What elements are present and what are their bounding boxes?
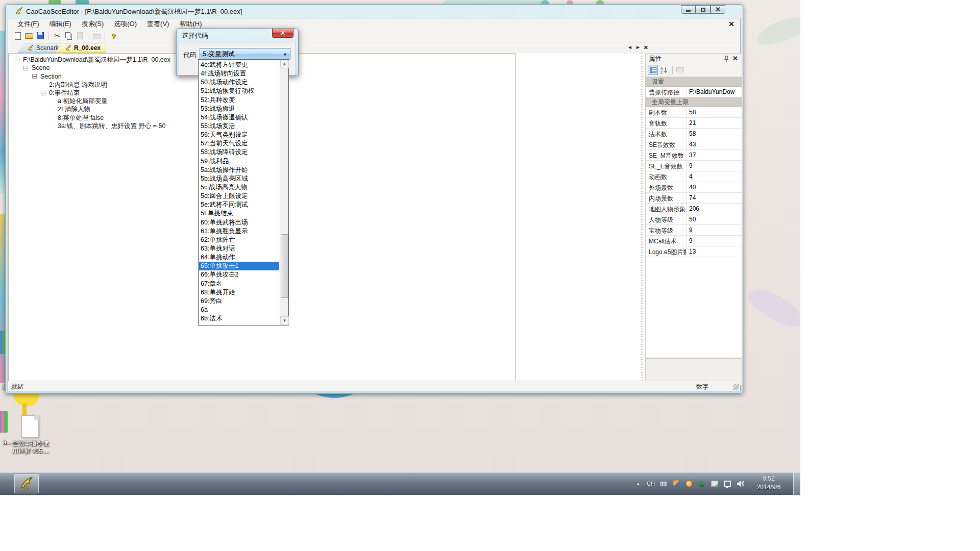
property-row[interactable]: 动画数4 bbox=[646, 171, 742, 182]
property-row[interactable]: 内场景数74 bbox=[646, 193, 742, 204]
menu-item-3[interactable]: 选项(O) bbox=[109, 18, 142, 30]
property-value[interactable]: 58 bbox=[687, 107, 742, 117]
tree-node-label[interactable]: 0:事件结束 bbox=[48, 89, 81, 97]
taskbar-clock[interactable]: 8:52 2014/9/6 bbox=[748, 474, 789, 492]
code-list-item[interactable]: 54:战场撤退确认 bbox=[199, 113, 279, 122]
property-value[interactable]: 74 bbox=[687, 193, 742, 203]
code-list-item[interactable]: 66:单挑攻击2 bbox=[199, 270, 279, 279]
code-list-item[interactable]: 58:战场障碍设定 bbox=[199, 148, 279, 157]
dialog-close-button[interactable]: ✕ bbox=[272, 29, 293, 38]
taskbar-app-button[interactable] bbox=[14, 474, 39, 493]
pin-icon[interactable] bbox=[723, 55, 729, 62]
property-row[interactable]: 外场景数40 bbox=[646, 182, 742, 193]
code-list-item[interactable]: 6a bbox=[199, 306, 279, 314]
property-value[interactable]: 58 bbox=[687, 129, 742, 139]
resize-grip[interactable] bbox=[733, 384, 739, 390]
property-row[interactable]: MCall法术9 bbox=[646, 236, 742, 246]
property-value[interactable]: F:\BaiduYunDow bbox=[687, 87, 742, 97]
code-list-item[interactable]: 5e:武将不同测试 bbox=[199, 201, 279, 209]
property-row[interactable]: 曹操传路径F:\BaiduYunDow bbox=[646, 87, 742, 97]
scrollbar[interactable]: ▲ ▼ bbox=[280, 60, 288, 325]
scroll-down-icon[interactable]: ▼ bbox=[280, 316, 289, 325]
code-list-item[interactable]: 5c:战场高亮人物 bbox=[199, 183, 279, 192]
tree-node-label[interactable]: Section bbox=[39, 73, 63, 80]
show-desktop-button[interactable] bbox=[793, 472, 800, 495]
desktop-icon-label-doc[interactable]: 全剧本指令使 用详解 v05.... bbox=[10, 440, 51, 455]
security-shield-icon[interactable] bbox=[672, 480, 680, 488]
scroll-up-icon[interactable]: ▲ bbox=[280, 60, 289, 68]
property-value[interactable]: 4 bbox=[687, 171, 742, 182]
code-list-item[interactable]: 57:当前天气设定 bbox=[199, 139, 279, 148]
property-row[interactable]: 法术数58 bbox=[646, 129, 742, 139]
code-list-item[interactable]: 63:单挑对话 bbox=[199, 244, 279, 253]
tree-node-label[interactable]: 2:内部信息 游戏说明 bbox=[48, 81, 108, 89]
desktop-icon-document[interactable] bbox=[21, 415, 39, 438]
property-row[interactable]: 人物等级50 bbox=[646, 214, 742, 225]
code-list-item[interactable]: 67:章名 bbox=[199, 280, 279, 288]
menu-item-2[interactable]: 搜索(S) bbox=[77, 18, 109, 30]
print-button[interactable] bbox=[92, 31, 101, 40]
cut-button[interactable]: ✂ bbox=[53, 31, 62, 40]
code-list-item[interactable]: 55:战场复活 bbox=[199, 122, 279, 131]
property-row[interactable]: SE_M音效数37 bbox=[646, 150, 742, 161]
property-pages-button[interactable] bbox=[675, 65, 685, 75]
tree-collapse-icon[interactable] bbox=[23, 66, 28, 70]
paste-button[interactable] bbox=[75, 31, 84, 40]
tab-prev-icon[interactable]: ◄ bbox=[627, 44, 632, 51]
help-button[interactable]: ? bbox=[109, 31, 118, 40]
code-list-item[interactable]: 69:旁白 bbox=[199, 297, 279, 306]
property-row[interactable]: SE音效数43 bbox=[646, 139, 742, 150]
code-list-item[interactable]: 4f:战场转向设置 bbox=[199, 69, 279, 78]
tree-node-label[interactable]: a:初始化局部变量 bbox=[57, 97, 109, 106]
title-bar[interactable]: CaoCaoSceEditor - [F:\BaiduYunDownload\新… bbox=[6, 5, 743, 18]
property-row[interactable]: 剧本数58 bbox=[646, 107, 742, 118]
code-list-item[interactable]: 4e:武将方针变更 bbox=[199, 61, 279, 69]
code-combobox[interactable]: 5:变量测试 ▼ bbox=[200, 48, 290, 60]
open-file-button[interactable] bbox=[24, 31, 34, 40]
code-list-item[interactable]: 5b:战场高亮区域 bbox=[199, 174, 279, 183]
tree-node-label[interactable]: F:\BaiduYunDownload\新蜀汉桃园一梦1.1\R_00.eex bbox=[22, 56, 172, 64]
property-value[interactable]: 21 bbox=[687, 118, 742, 128]
code-list-item[interactable]: 62:单挑阵亡 bbox=[199, 236, 279, 244]
code-list-item-selected[interactable]: 65:单挑攻击1 bbox=[199, 262, 279, 270]
code-list-item[interactable]: 50:战场动作设定 bbox=[199, 78, 279, 87]
lucky-clover-icon[interactable]: ♣ bbox=[698, 480, 706, 488]
mdi-close-icon[interactable]: ✕ bbox=[727, 20, 736, 28]
code-list-item[interactable]: 56:天气类别设定 bbox=[199, 131, 279, 139]
menu-item-4[interactable]: 查看(V) bbox=[142, 18, 174, 30]
property-row[interactable]: 地图人物形象数206 bbox=[646, 204, 742, 214]
tree-collapse-icon[interactable] bbox=[32, 74, 37, 79]
code-list-item[interactable]: 53:战场撤退 bbox=[199, 105, 279, 113]
pet-manager-icon[interactable] bbox=[685, 480, 693, 488]
code-list-item[interactable]: 59:战利品 bbox=[199, 157, 279, 166]
property-value[interactable]: 37 bbox=[687, 150, 742, 160]
scrollbar-thumb[interactable] bbox=[281, 234, 288, 298]
menu-item-0[interactable]: 文件(F) bbox=[12, 18, 44, 30]
code-list-item[interactable]: 52:兵种改变 bbox=[199, 96, 279, 105]
property-row[interactable]: SE_E音效数9 bbox=[646, 161, 742, 171]
code-list-item[interactable]: 5d:回合上限设定 bbox=[199, 192, 279, 201]
property-value[interactable]: 50 bbox=[687, 214, 742, 224]
tab-next-icon[interactable]: ► bbox=[635, 44, 641, 51]
tree-node-label[interactable]: 2f:清除人物 bbox=[57, 105, 91, 114]
code-list-item[interactable]: 64:单挑动作 bbox=[199, 253, 279, 262]
network-icon[interactable] bbox=[723, 480, 731, 488]
property-row[interactable]: Logo.e5图片数13 bbox=[646, 246, 742, 257]
tab-r00eex[interactable]: R_00.eex bbox=[55, 43, 106, 53]
code-list-item[interactable]: 5a:战场操作开始 bbox=[199, 166, 279, 174]
property-grid[interactable]: 设置曹操传路径F:\BaiduYunDow全局变量上限剧本数58音轨数21法术数… bbox=[646, 77, 742, 357]
save-button[interactable] bbox=[36, 31, 45, 40]
desktop-icon-label-partial[interactable]: a... bbox=[1, 439, 13, 446]
property-row[interactable]: 宝物等级9 bbox=[646, 225, 742, 236]
language-indicator[interactable]: CH bbox=[647, 481, 655, 487]
property-category[interactable]: 设置 bbox=[646, 77, 742, 87]
minimize-button[interactable] bbox=[681, 5, 696, 14]
property-value[interactable]: 43 bbox=[687, 139, 742, 149]
categorized-button[interactable] bbox=[648, 65, 658, 75]
tab-close-icon[interactable]: ✕ bbox=[644, 44, 648, 51]
alphabetical-sort-button[interactable]: AZ bbox=[659, 65, 669, 75]
copy-button[interactable] bbox=[64, 31, 73, 40]
property-value[interactable]: 9 bbox=[687, 161, 742, 171]
code-list-item[interactable]: 6b:法术 bbox=[199, 314, 279, 323]
properties-close-icon[interactable]: ✕ bbox=[732, 55, 738, 62]
